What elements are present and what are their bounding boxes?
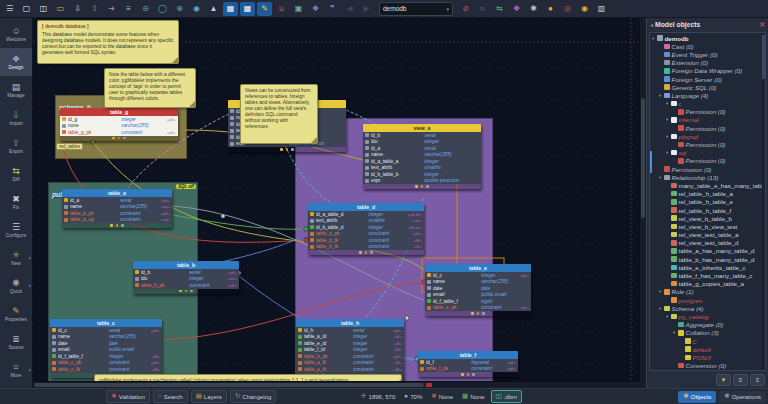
tree-item[interactable]: ▾sql [651, 149, 765, 157]
sidebar-item-manage[interactable]: ▤Manage [0, 76, 32, 104]
import-button[interactable]: ⇩ [70, 2, 85, 16]
table-header[interactable]: table_f [418, 351, 518, 359]
table-row[interactable]: id_bserial [363, 132, 481, 139]
panel-collapse-icon[interactable]: ◂ [650, 21, 653, 28]
table-row[interactable]: id_cserial«pk» [50, 327, 162, 334]
table-row[interactable]: table_e_fkconstraint«fk» [296, 366, 404, 373]
table-table_e[interactable]: table_eid_cinteger«pk»namevarchar(255)da… [425, 264, 531, 316]
file-format-button[interactable]: ◫ .dbm [491, 390, 523, 403]
hscroll-thumb[interactable] [34, 383, 424, 387]
table-row[interactable]: namevarchar(255)«uq» [62, 204, 172, 211]
table-row[interactable]: table_b_fkconstraint«fk» [308, 244, 424, 251]
arrange-button[interactable]: ❖ [308, 2, 323, 16]
table-row[interactable]: namevarchar(255) [50, 334, 162, 341]
table-header[interactable]: table_a [62, 189, 172, 197]
table-header[interactable]: table_e [425, 264, 531, 272]
export-button[interactable]: ⇧ [87, 2, 102, 16]
magnify-button[interactable]: ▲ [206, 2, 221, 16]
relationship-line[interactable] [285, 146, 335, 206]
table-tag[interactable]: red_tables [56, 143, 83, 150]
table-row[interactable]: id_aserial [363, 145, 481, 152]
tree-item[interactable]: Aggregate (0) [651, 321, 765, 329]
tree-item[interactable]: table_g_copies_table_a [651, 280, 765, 288]
tree-item[interactable]: Permission (0) [651, 165, 765, 173]
tree-item[interactable]: Permission (0) [651, 140, 765, 148]
table-row[interactable]: id_bserial«pk» [133, 269, 239, 276]
close-panel-icon[interactable]: ✕ [759, 21, 765, 29]
tree-item[interactable]: POSIX [651, 353, 765, 361]
table-row[interactable]: table_c_pkconstraint«pk» [50, 360, 162, 367]
table-row[interactable]: table_c_fkconstraint«fk» [50, 366, 162, 373]
table-row[interactable]: table_h_pkconstraint«pk» [296, 353, 404, 360]
tree-item[interactable]: Foreign Data Wrapper (0) [651, 67, 765, 75]
nav-forward-button[interactable]: ▶ [359, 2, 374, 16]
model-selector[interactable]: demodb▾ [379, 2, 453, 16]
table-row[interactable]: table_a_idinteger«fk» [296, 334, 404, 341]
comment-button[interactable]: ❞ [325, 2, 340, 16]
table-header[interactable]: view_a [363, 124, 481, 132]
text-note-4[interactable]: pgModeler implements a mechanism called … [94, 374, 402, 381]
table-row[interactable]: table_e_pkconstraint«pk» [425, 305, 531, 312]
table-header[interactable]: table_c [50, 319, 162, 327]
tree-item[interactable]: rel_view_test_table_d [651, 239, 765, 247]
changelog-button[interactable]: ↻Changelog [230, 390, 276, 403]
tree-item[interactable]: Generic SQL (0) [651, 83, 765, 91]
table-row[interactable]: datedate [50, 340, 162, 347]
send-button[interactable]: ➜ [104, 2, 119, 16]
tree-item[interactable]: Permission (0) [651, 157, 765, 165]
sidebar-item-design[interactable]: ❖Design [0, 48, 32, 76]
table-row[interactable]: emailpublic.email [425, 292, 531, 299]
table-row[interactable]: iduinteger [363, 139, 481, 146]
table-table_h[interactable]: table_hid_hserial«pk»table_a_idinteger«f… [296, 319, 404, 381]
tab-operations[interactable]: ❋ Operations [719, 391, 766, 403]
model-canvas[interactable]: schema_bpublicSQL offschema_atable_gid_g… [33, 18, 639, 381]
tree-item[interactable]: ▾Role (1) [651, 288, 765, 296]
search-button[interactable]: ○Search [153, 390, 188, 403]
table-table_a[interactable]: table_aid_aserial«pk»namevarchar(255)«uq… [62, 189, 172, 228]
edit-mode-button[interactable]: ✎ [257, 2, 272, 16]
table-table_g[interactable]: table_gid_ginteger«pk»nonevarchar(255)ta… [60, 108, 178, 141]
sidebar-item-new[interactable]: ✳New▸ [0, 244, 32, 272]
layouts-button[interactable]: ▥ [594, 2, 609, 16]
about-button[interactable]: ◉ [577, 2, 592, 16]
table-row[interactable]: id_f_table_fbigint [425, 298, 531, 305]
tree-item[interactable]: ▾Language (4) [651, 91, 765, 99]
table-row[interactable]: table_b_pkconstraint«pk» [133, 282, 239, 289]
grid-layers-indicator[interactable]: ▦ None [459, 393, 488, 400]
text-note-2[interactable]: Note the table below with a different co… [104, 68, 196, 108]
tree-left-scroll-thumb[interactable] [650, 151, 652, 173]
table-row[interactable]: table_a_fkconstraint«fk» [296, 360, 404, 367]
tree-item[interactable]: ▾demodb [651, 34, 765, 42]
tree-item[interactable]: ▾internal [651, 116, 765, 124]
table-row[interactable]: table_d_pkconstraint«pk» [308, 231, 424, 238]
tree-item[interactable]: Event Trigger (0) [651, 50, 765, 58]
sidebar-item-welcome[interactable]: ☺Welcome [0, 20, 32, 48]
table-row[interactable]: text_attribsmallint«nn» [308, 218, 424, 225]
tree-item[interactable]: Foreign Server (0) [651, 75, 765, 83]
tree-item[interactable]: rel_view_b_table_b [651, 214, 765, 222]
tree-item[interactable]: default [651, 345, 765, 353]
tree-item[interactable]: ▾plpgsql [651, 132, 765, 140]
tab-objects[interactable]: ❖ Objects [678, 391, 716, 403]
validation-button[interactable]: ❖Validation [106, 390, 150, 403]
vscroll-thumb[interactable] [641, 98, 645, 218]
sidebar-item-source[interactable]: ≣Source [0, 328, 32, 356]
table-row[interactable]: datedate [425, 285, 531, 292]
table-row[interactable]: table_g_pkconstraint«pk» [60, 129, 178, 136]
bug-report-button[interactable]: ✱ [526, 2, 541, 16]
table-table_d[interactable]: table_did_a_table_dinteger«pk fk»text_at… [308, 203, 424, 255]
overview-button[interactable]: ◉ [189, 2, 204, 16]
sidebar-item-diff[interactable]: ⇆Diff [0, 160, 32, 188]
print-button[interactable]: ≡ [121, 2, 136, 16]
table-row[interactable]: table_e_idinteger«fk» [296, 340, 404, 347]
table-row[interactable]: id_hserial«pk» [296, 327, 404, 334]
table-row[interactable]: exprdouble precision [363, 178, 481, 185]
tree-item[interactable]: rel_view_b_view_test [651, 222, 765, 230]
table-row[interactable]: table_f_idinteger«fk» [296, 347, 404, 354]
tree-item[interactable]: Permission (0) [651, 108, 765, 116]
tree-item[interactable]: ▾Collation (3) [651, 329, 765, 337]
table-row[interactable]: namevarchar(255) [363, 152, 481, 159]
table-header[interactable]: table_g [60, 108, 178, 116]
select-image-button[interactable]: ▣ [291, 2, 306, 16]
expand-all-button[interactable]: ≡ [733, 374, 748, 386]
